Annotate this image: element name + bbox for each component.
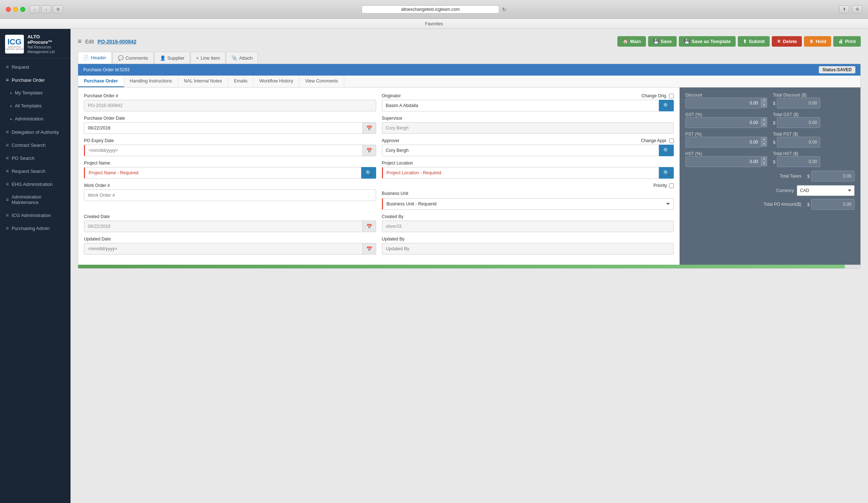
hold-button[interactable]: ⏸ Hold [804, 36, 831, 47]
mac-nav-buttons[interactable]: ‹ › ⊞ [30, 5, 63, 13]
mac-share-btn[interactable]: ⬆ [839, 5, 849, 13]
created-date-calendar-btn[interactable]: 📅 [363, 221, 376, 232]
sub-tab-purchase-order[interactable]: Purchase Order [78, 76, 124, 87]
total-hst-group: Total HST ($) $ [773, 151, 855, 167]
project-name-input[interactable] [84, 167, 361, 179]
tab-supplier[interactable]: 👤 Supplier [154, 52, 190, 64]
mac-right-controls[interactable]: ⬆ ⊞ [839, 5, 862, 13]
total-hst-input[interactable] [777, 156, 820, 167]
pst-spinner[interactable]: ▲ ▼ [761, 137, 767, 148]
sidebar-item-my-templates[interactable]: ▪ My Templates [0, 86, 71, 99]
tab-comments[interactable]: 💬 Comments [112, 52, 154, 64]
work-order-input[interactable] [84, 189, 376, 201]
priority-checkbox[interactable] [669, 183, 674, 188]
sidebar-item-purchasing-admin[interactable]: ≡ Purchasing Admin [0, 222, 71, 235]
hst-spinner[interactable]: ▲ ▼ [761, 156, 767, 167]
sub-tab-handling[interactable]: Handling Instructions [124, 76, 178, 87]
hamburger-menu-icon[interactable]: ≡ [78, 38, 82, 45]
approver-search-btn[interactable]: 🔍 [659, 145, 674, 156]
originator-label: Originator [382, 93, 401, 98]
total-gst-input[interactable] [777, 117, 820, 128]
sidebar-item-all-templates[interactable]: ▪ All Templates [0, 99, 71, 112]
total-hst-label: Total HST ($) [773, 151, 852, 156]
form-row-workorder-businessunit: Work Order # Priority Business Unit [84, 183, 674, 210]
form-row-date-supervisor: Purchase Order Date 📅 Supervisor [84, 116, 674, 134]
mac-forward-btn[interactable]: › [41, 5, 51, 13]
hst-input[interactable] [685, 156, 761, 167]
project-name-search-btn[interactable]: 🔍 [361, 167, 376, 179]
tab-line-item[interactable]: + Line Item [191, 52, 225, 64]
print-button[interactable]: 🖨 Print [833, 36, 861, 47]
gst-up-btn[interactable]: ▲ [761, 117, 767, 122]
gst-input[interactable] [685, 117, 761, 128]
tab-navigation: 📄 Header 💬 Comments 👤 Supplier + Line It… [78, 52, 861, 64]
business-unit-select[interactable]: Business Unit - Requerid [382, 198, 674, 210]
sidebar-item-icg-admin[interactable]: ≡ ICG Administration [0, 209, 71, 222]
mac-minimize-btn[interactable] [13, 7, 18, 12]
updated-date-calendar-btn[interactable]: 📅 [363, 243, 376, 255]
total-discount-input[interactable] [777, 98, 820, 108]
form-row-updated: Updated Date 📅 Updated By [84, 236, 674, 255]
total-taxes-input[interactable] [811, 171, 855, 182]
sub-tab-view-comments[interactable]: View Comments [299, 76, 344, 87]
po-date-input[interactable] [84, 122, 363, 134]
pst-input[interactable] [685, 137, 761, 148]
mac-bookmark-btn[interactable]: ⊞ [852, 5, 862, 13]
originator-input[interactable] [382, 100, 659, 111]
sub-tab-workflow[interactable]: Workflow History [254, 76, 299, 87]
form-row-po-originator: Purchase Order # Originator Change Orig. [84, 93, 674, 111]
sidebar-item-admin-maintenance[interactable]: ≡ Administration Maintenance [0, 191, 71, 209]
hst-up-btn[interactable]: ▲ [761, 156, 767, 161]
po-expiry-input[interactable] [84, 145, 363, 156]
edit-po-id[interactable]: PO-2016-000842 [98, 39, 136, 44]
mac-reader-btn[interactable]: ⊞ [53, 5, 63, 13]
sidebar-item-administration[interactable]: ▪ Administration [0, 112, 71, 125]
change-orig-checkbox[interactable] [669, 94, 674, 98]
currency-row: Currency CAD [685, 185, 855, 196]
mac-url-bar[interactable]: altoexchangetest.icgteam.com [362, 5, 499, 13]
discount-down-btn[interactable]: ▼ [761, 103, 767, 108]
tab-header[interactable]: 📄 Header [78, 52, 112, 64]
sidebar-item-purchase-order[interactable]: ≡ Purchase Order [0, 73, 71, 86]
sidebar-item-po-search[interactable]: ≡ PO Search [0, 152, 71, 165]
currency-select[interactable]: CAD [797, 185, 855, 196]
pst-down-btn[interactable]: ▼ [761, 142, 767, 147]
approver-input[interactable] [382, 145, 659, 156]
originator-search-btn[interactable]: 🔍 [659, 100, 674, 111]
discount-up-btn[interactable]: ▲ [761, 98, 767, 103]
mac-reload-btn[interactable]: ↻ [502, 7, 506, 12]
sidebar-item-ehg-admin[interactable]: ≡ EHG Administration [0, 178, 71, 191]
template-btn-icon: 💾 [684, 39, 690, 44]
pst-up-btn[interactable]: ▲ [761, 137, 767, 142]
sidebar-item-contract-search[interactable]: ≡ Contract Search [0, 138, 71, 152]
mac-traffic-lights[interactable] [6, 7, 25, 12]
form-card: Purchase Order Id:5293 Status:SAVED Purc… [78, 64, 861, 269]
main-button[interactable]: 🏠 Main [617, 36, 646, 47]
tab-attach[interactable]: 📎 Attach [226, 52, 258, 64]
gst-spinner[interactable]: ▲ ▼ [761, 117, 767, 128]
sidebar-item-request-search[interactable]: ≡ Request Search [0, 165, 71, 178]
mac-back-btn[interactable]: ‹ [30, 5, 40, 13]
sub-tab-nal-notes[interactable]: NAL Internal Notes [178, 76, 228, 87]
delete-button[interactable]: ✕ Delete [772, 36, 802, 47]
total-po-input[interactable] [811, 199, 855, 210]
save-as-template-button[interactable]: 💾 Save as Template [679, 36, 736, 47]
change-appr-checkbox[interactable] [669, 138, 674, 143]
sidebar-item-delegation[interactable]: ≡ Delegation of Authority [0, 125, 71, 138]
tab-attach-icon: 📎 [231, 55, 237, 61]
save-button[interactable]: 💾 Save [648, 36, 677, 47]
mac-close-btn[interactable] [6, 7, 11, 12]
po-expiry-calendar-btn[interactable]: 📅 [363, 145, 376, 156]
project-location-search-btn[interactable]: 🔍 [659, 167, 674, 179]
po-date-calendar-btn[interactable]: 📅 [363, 122, 376, 134]
mac-maximize-btn[interactable] [20, 7, 25, 12]
discount-spinner[interactable]: ▲ ▼ [761, 98, 767, 108]
submit-button[interactable]: ⬆ Submit [738, 36, 770, 47]
total-pst-input[interactable] [777, 137, 820, 148]
gst-down-btn[interactable]: ▼ [761, 122, 767, 127]
hst-down-btn[interactable]: ▼ [761, 161, 767, 166]
project-location-input[interactable] [382, 167, 659, 179]
sidebar-item-request[interactable]: ≡ Request [0, 60, 71, 73]
discount-input[interactable] [685, 98, 761, 108]
sub-tab-emails[interactable]: Emails [228, 76, 254, 87]
